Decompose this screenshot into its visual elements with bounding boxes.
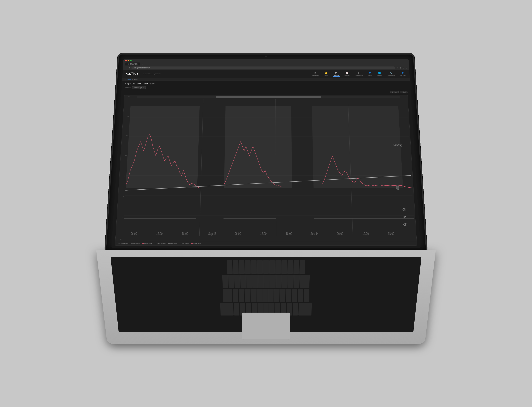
network-icon: 🌐	[378, 72, 381, 74]
key-f8[interactable]	[275, 260, 281, 274]
star-icon[interactable]: ★	[402, 67, 404, 69]
key-8[interactable]	[270, 275, 276, 288]
key-return[interactable]	[298, 303, 312, 316]
key-t[interactable]	[257, 289, 262, 302]
trackpad[interactable]	[242, 313, 290, 340]
nav-programming[interactable]: ⚙ Programming	[354, 71, 364, 77]
key-delete[interactable]	[300, 275, 310, 288]
nav-alarms-label: Alarms	[324, 75, 328, 76]
key-e[interactable]	[244, 289, 250, 302]
key-f1[interactable]	[233, 260, 238, 274]
nav-alarms[interactable]: 🔔 Alarms	[323, 71, 329, 77]
tab-label: Official Site	[130, 63, 138, 65]
key-bracket-close[interactable]	[298, 289, 303, 302]
svg-rect-13	[312, 106, 403, 188]
nav-dashboard[interactable]: ⊞ Dashboard	[311, 71, 319, 77]
key-q[interactable]	[233, 289, 238, 302]
legend-dot-chw-valve	[168, 243, 170, 244]
svg-text:12:00: 12:00	[260, 232, 267, 236]
extension-icon[interactable]: ⊕	[399, 67, 401, 69]
key-row-1	[114, 260, 418, 274]
key-esc[interactable]	[227, 260, 233, 274]
new-tab-button[interactable]: +	[141, 62, 145, 66]
laptop-container: ⊕ Official Site + ‹ › ↺ site.openbmcs.co…	[79, 34, 453, 373]
bookmark-icon[interactable]: ☆	[396, 67, 398, 69]
forward-button[interactable]: ›	[127, 67, 127, 69]
maximize-button[interactable]	[130, 60, 132, 61]
key-2[interactable]	[234, 275, 240, 288]
key-f2[interactable]	[239, 260, 245, 274]
key-3[interactable]	[240, 275, 246, 288]
key-o[interactable]	[280, 289, 286, 302]
key-f7[interactable]	[269, 260, 275, 274]
nav-histories-label: Histories	[344, 75, 349, 76]
key-4[interactable]	[246, 275, 252, 288]
hamburger-icon[interactable]: ☰	[125, 79, 127, 80]
menu-icon[interactable]: ⋮	[405, 67, 407, 69]
graph-scrollbar[interactable]	[137, 96, 400, 98]
key-caps[interactable]	[220, 303, 234, 316]
key-f11[interactable]	[293, 260, 299, 274]
key-1[interactable]	[228, 275, 234, 288]
key-a[interactable]	[234, 303, 239, 316]
y-label-40: 40	[120, 175, 125, 177]
key-9[interactable]	[276, 275, 282, 288]
close-button[interactable]	[125, 60, 127, 61]
key-y[interactable]	[262, 289, 268, 302]
key-0[interactable]	[282, 275, 288, 288]
svg-text:On: On	[403, 215, 406, 219]
key-minus[interactable]	[288, 275, 294, 288]
view-button[interactable]: ⊞ View	[390, 91, 399, 94]
nav-bartech[interactable]: 👤 Bar-Tech	[399, 71, 407, 77]
key-w[interactable]	[238, 289, 244, 302]
key-u[interactable]	[268, 289, 274, 302]
alarms-icon: 🔔	[325, 72, 327, 74]
breadcrumb-bar: ☰ Home › Home	[122, 78, 410, 81]
key-f3[interactable]	[245, 260, 251, 274]
key-quote[interactable]	[293, 303, 298, 316]
nav-maintenance[interactable]: 🔧 Maintenance	[386, 71, 396, 77]
key-f9[interactable]	[281, 260, 287, 274]
key-f10[interactable]	[287, 260, 293, 274]
key-p[interactable]	[286, 289, 291, 302]
key-r[interactable]	[251, 289, 256, 302]
breadcrumb-home[interactable]: Home	[128, 79, 131, 80]
laptop-screen: ⊕ Official Site + ‹ › ↺ site.openbmcs.co…	[105, 53, 427, 251]
active-tab[interactable]: ⊕ Official Site	[125, 62, 140, 65]
key-i[interactable]	[274, 289, 280, 302]
timeline-select[interactable]: Last 7 Days	[132, 86, 146, 89]
url-bar[interactable]: site.openbmcs.com/csm	[131, 66, 395, 69]
nav-network[interactable]: 🌐 Network	[376, 71, 383, 77]
nav-maintenance-label: Maintenance	[388, 75, 395, 76]
back-button[interactable]: ‹	[125, 67, 125, 69]
y-label-100: 100	[124, 115, 129, 117]
browser-chrome: ⊕ Official Site +	[123, 59, 409, 66]
nav-graphics[interactable]: ◫ Graphics	[333, 71, 340, 77]
key-f4[interactable]	[251, 260, 257, 274]
timeline-label: Timeline:	[125, 87, 130, 88]
minimize-button[interactable]	[128, 60, 129, 61]
key-f12[interactable]	[299, 260, 305, 274]
nav-users[interactable]: 👤 Users	[367, 71, 372, 77]
key-row-2	[116, 275, 416, 288]
reload-button[interactable]: ↺	[129, 67, 130, 69]
browser-window: ⊕ Official Site + ‹ › ↺ site.openbmcs.co…	[111, 59, 421, 248]
key-tab[interactable]	[223, 289, 232, 302]
key-5[interactable]	[252, 275, 258, 288]
key-bracket-open[interactable]	[292, 289, 297, 302]
key-6[interactable]	[258, 275, 264, 288]
nav-histories[interactable]: 📈 Histories	[343, 71, 350, 77]
key-backslash[interactable]	[304, 289, 309, 302]
key-equals[interactable]	[294, 275, 300, 288]
key-f6[interactable]	[263, 260, 269, 274]
tab-favicon: ⊕	[128, 63, 129, 65]
legend-label-supply-temp: Supply Temp	[193, 243, 201, 244]
svg-text:Off: Off	[403, 223, 407, 227]
legend-label-chw-valve: CHW Valve	[170, 243, 177, 244]
key-f5[interactable]	[257, 260, 263, 274]
key-backtick[interactable]	[222, 275, 228, 288]
scroll-thumb[interactable]	[216, 96, 321, 98]
graph-container: 120 100 80 60 40 20 0 -20	[115, 95, 417, 246]
edit-button[interactable]: ✎ Edit	[400, 91, 408, 94]
key-7[interactable]	[264, 275, 270, 288]
